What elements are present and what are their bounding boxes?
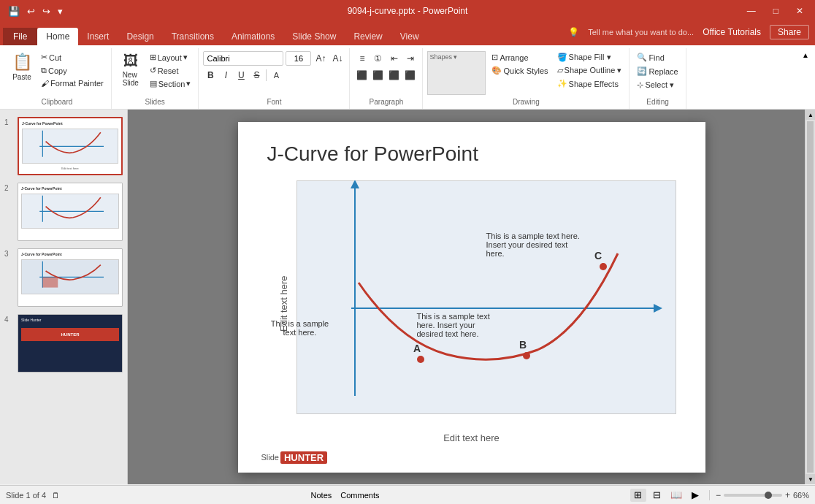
tab-design[interactable]: Design — [118, 28, 162, 45]
underline-button[interactable]: U — [234, 68, 248, 83]
save-icon[interactable]: 💾 — [6, 4, 22, 18]
select-label: Select ▾ — [645, 80, 674, 90]
shape-fill-label: Shape Fill ▾ — [569, 53, 611, 62]
tab-view[interactable]: View — [391, 28, 428, 45]
layout-button[interactable]: ⊞ Layout ▾ — [147, 51, 194, 64]
replace-button[interactable]: 🔄 Replace — [634, 65, 681, 77]
slide-thumb-1[interactable]: 1 J-Curve for PowerPoint Edit text here — [3, 115, 124, 177]
font-size-input[interactable] — [286, 51, 311, 66]
tab-transitions[interactable]: Transitions — [163, 28, 223, 45]
scroll-down-arrow[interactable]: ▼ — [806, 474, 815, 484]
point-a-text[interactable]: This is a sampletext here. — [267, 319, 333, 337]
shape-fill-button[interactable]: 🪣 Shape Fill ▾ — [554, 51, 625, 64]
font-size-down-btn[interactable]: A↓ — [330, 51, 345, 66]
tab-slideshow[interactable]: Slide Show — [283, 28, 345, 45]
slide-thumb-3[interactable]: 3 J-Curve for PowerPoint — [3, 247, 124, 308]
ribbon-collapse[interactable]: ▲ — [799, 48, 812, 109]
numbering-button[interactable]: ① — [371, 51, 386, 66]
current-slide[interactable]: J-Curve for PowerPoint — [238, 122, 705, 473]
share-btn[interactable]: Share — [770, 25, 809, 39]
zoom-level[interactable]: 66% — [793, 491, 809, 500]
svg-text:B: B — [519, 339, 527, 351]
zoom-out-btn[interactable]: − — [716, 490, 721, 500]
tab-file[interactable]: File — [3, 28, 37, 45]
arrange-button[interactable]: ⊡ Arrange — [489, 51, 551, 64]
svg-text:C: C — [594, 250, 602, 261]
align-right-button[interactable]: ⬛ — [387, 68, 402, 83]
bold-button[interactable]: B — [203, 68, 218, 83]
x-axis-label[interactable]: Edit text here — [443, 432, 500, 443]
slide-sorter-btn[interactable]: ⊟ — [649, 489, 665, 502]
font-name-input[interactable] — [203, 51, 283, 66]
zoom-thumb[interactable] — [765, 492, 772, 499]
format-painter-button[interactable]: 🖌Format Painter — [38, 77, 107, 89]
slide-preview-1[interactable]: J-Curve for PowerPoint Edit text here — [18, 117, 123, 175]
maximize-btn[interactable]: □ — [768, 4, 784, 18]
window-title: 9094-j-curve.pptx - PowerPoint — [348, 6, 468, 16]
find-button[interactable]: 🔍 Find — [634, 51, 667, 64]
point-c-text[interactable]: This is a sample text here. Insert your … — [486, 232, 585, 258]
office-tutorials-link[interactable]: Office Tutorials — [703, 27, 761, 37]
slide-preview-2[interactable]: J-Curve for PowerPoint — [18, 183, 123, 241]
normal-view-btn[interactable]: ⊞ — [630, 489, 646, 502]
slide-preview-4[interactable]: Slide Hunter HUNTER — [18, 314, 123, 373]
slide-thumb-4[interactable]: 4 Slide Hunter HUNTER — [3, 313, 124, 374]
section-button[interactable]: ▤ Section ▾ — [147, 77, 194, 90]
redo-icon[interactable]: ↪ — [40, 4, 53, 18]
font-size-up-btn[interactable]: A↑ — [313, 51, 328, 66]
tab-home[interactable]: Home — [37, 28, 78, 45]
thumb1-xlabel: Edit text here — [19, 165, 121, 170]
thumb3-title: J-Curve for PowerPoint — [18, 249, 122, 258]
strikethrough-button[interactable]: S — [249, 68, 264, 83]
font-color-button[interactable]: A — [269, 68, 283, 83]
close-btn[interactable]: ✕ — [790, 4, 809, 18]
drawing-label: Drawing — [513, 98, 540, 107]
slideshow-btn[interactable]: ▶ — [687, 489, 703, 502]
new-slide-button[interactable]: 🖼 New Slide — [116, 51, 145, 88]
zoom-slider[interactable] — [724, 494, 782, 497]
tab-review[interactable]: Review — [345, 28, 391, 45]
scroll-thumb[interactable] — [807, 121, 814, 473]
tab-animations[interactable]: Animations — [223, 28, 283, 45]
align-left-button[interactable]: ⬛ — [355, 68, 370, 83]
indent-decrease-button[interactable]: ⇤ — [387, 51, 402, 66]
tab-insert[interactable]: Insert — [78, 28, 118, 45]
cut-button[interactable]: ✂Cut — [38, 51, 107, 64]
scroll-up-arrow[interactable]: ▲ — [806, 110, 815, 120]
collapse-icon[interactable]: ▲ — [802, 51, 809, 59]
italic-button[interactable]: I — [218, 68, 233, 83]
zoom-in-btn[interactable]: + — [785, 490, 790, 500]
slide-title[interactable]: J-Curve for PowerPoint — [267, 142, 478, 166]
font-controls: A↑ A↓ B I U S A — [203, 50, 345, 98]
slides-col: ⊞ Layout ▾ ↺ Reset ▤ Section ▾ — [147, 51, 194, 90]
paste-label: Paste — [12, 73, 31, 81]
reading-view-btn[interactable]: 📖 — [668, 489, 684, 502]
justify-button[interactable]: ⬛ — [403, 68, 418, 83]
select-button[interactable]: ⊹ Select ▾ — [634, 79, 677, 91]
point-b-text[interactable]: This is a sample text here. Insert your … — [417, 312, 497, 338]
slide-thumb-2[interactable]: 2 J-Curve for PowerPoint — [3, 181, 124, 243]
undo-icon[interactable]: ↩ — [25, 4, 37, 18]
section-label: Section — [158, 80, 185, 88]
reset-button[interactable]: ↺ Reset — [147, 64, 194, 77]
new-slide-icon: 🖼 — [123, 53, 138, 69]
notes-btn[interactable]: Notes — [308, 489, 335, 502]
customize-icon[interactable]: ▾ — [56, 4, 65, 18]
shape-outline-button[interactable]: ▱ Shape Outline ▾ — [554, 64, 625, 77]
svg-text:A: A — [413, 343, 421, 354]
slide-preview-3[interactable]: J-Curve for PowerPoint — [18, 248, 123, 307]
scrollbar-right[interactable]: ▲ ▼ — [805, 110, 815, 484]
comments-btn[interactable]: Comments — [337, 489, 382, 502]
indent-increase-button[interactable]: ⇥ — [403, 51, 418, 66]
shape-effects-button[interactable]: ✨ Shape Effects — [554, 77, 625, 90]
copy-button[interactable]: ⧉Copy — [38, 64, 107, 77]
paste-button[interactable]: 📋 Paste — [7, 51, 37, 83]
slide-notes-icon[interactable]: 🗒 — [52, 491, 60, 500]
align-center-button[interactable]: ⬛ — [371, 68, 386, 83]
bullets-button[interactable]: ≡ — [355, 51, 370, 66]
quick-styles-button[interactable]: 🎨 Quick Styles — [489, 64, 551, 77]
clipboard-group: 📋 Paste ✂Cut ⧉Copy 🖌Format Painter Clipb… — [3, 48, 112, 109]
slides-panel: 1 J-Curve for PowerPoint Edit text here — [0, 110, 128, 484]
copy-icon: ⧉ — [41, 66, 47, 75]
minimize-btn[interactable]: — — [741, 4, 762, 18]
